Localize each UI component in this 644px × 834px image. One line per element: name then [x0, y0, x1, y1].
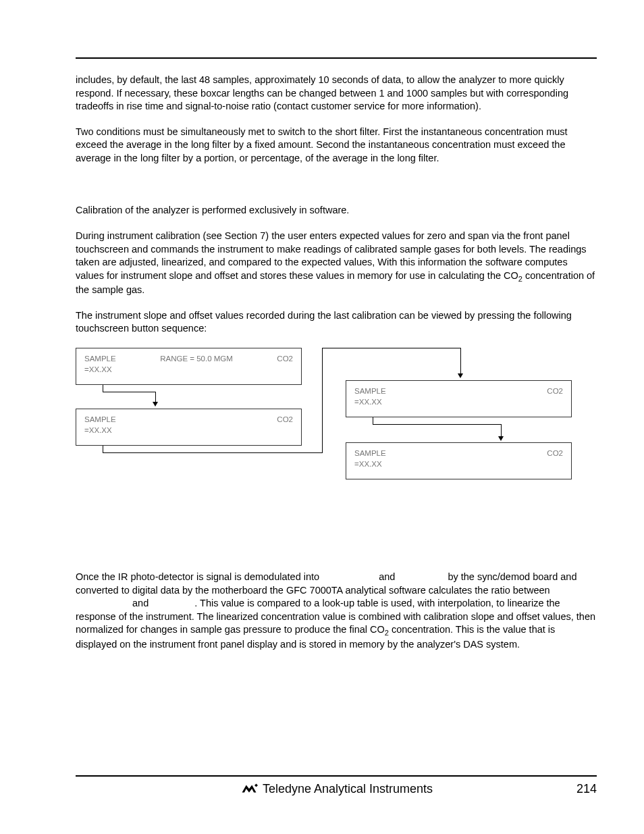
arrow-down-icon [458, 373, 463, 378]
co2-label: CO2 [277, 354, 293, 375]
sample-label: SAMPLE [354, 387, 386, 395]
page-number: 214 [570, 781, 597, 797]
arrow-down-icon [153, 402, 158, 407]
sample-label: SAMPLE [84, 415, 116, 423]
paragraph-4: During instrument calibration (see Secti… [76, 230, 597, 297]
top-rule [76, 57, 597, 59]
sample-value: =XX.XX [354, 398, 382, 406]
screen-box-1: SAMPLE =XX.XX RANGE = 50.0 MGM CO2 [76, 348, 302, 385]
p6-d: and [132, 598, 151, 608]
sample-label: SAMPLE [354, 449, 386, 457]
screen-box-3: SAMPLE =XX.XX CO2 [346, 380, 572, 417]
screen-box-2: SAMPLE =XX.XX CO2 [76, 409, 302, 446]
sample-value: =XX.XX [354, 460, 382, 468]
paragraph-4a: During instrument calibration (see Secti… [76, 230, 587, 281]
paragraph-3: Calibration of the analyzer is performed… [76, 204, 597, 217]
p6-b: and [379, 571, 398, 582]
sample-value: =XX.XX [84, 365, 112, 373]
range-label: RANGE = 50.0 MGM [130, 354, 264, 375]
co2-label: CO2 [547, 448, 563, 469]
touchscreen-diagram: SAMPLE =XX.XX RANGE = 50.0 MGM CO2 SAMPL… [76, 348, 597, 496]
svg-rect-0 [254, 783, 258, 787]
sample-label: SAMPLE [84, 355, 116, 363]
paragraph-5: The instrument slope and offset values r… [76, 309, 597, 336]
p6-a: Once the IR photo-detector is signal is … [76, 571, 322, 582]
paragraph-6: Once the IR photo-detector is signal is … [76, 571, 597, 652]
teledyne-logo-icon [240, 782, 259, 796]
screen-box-4: SAMPLE =XX.XX CO2 [346, 442, 572, 479]
paragraph-1: includes, by default, the last 48 sample… [76, 74, 597, 113]
arrow-down-icon [498, 436, 504, 441]
co2-label: CO2 [547, 386, 563, 407]
page-footer: Teledyne Analytical Instruments 214 [0, 775, 644, 797]
footer-company: Teledyne Analytical Instruments [263, 781, 433, 797]
co2-label: CO2 [277, 415, 293, 436]
sample-value: =XX.XX [84, 426, 112, 434]
paragraph-2: Two conditions must be simultaneously me… [76, 126, 597, 165]
